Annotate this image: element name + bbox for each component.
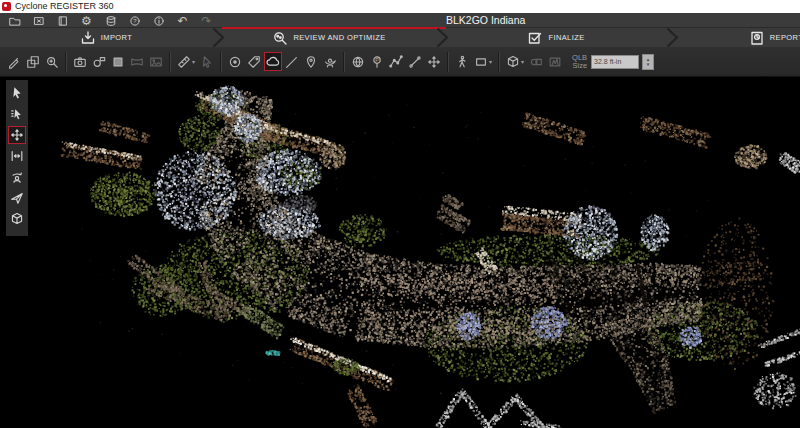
duplicate-view-icon [26, 55, 40, 69]
location-pin-icon [304, 55, 318, 69]
book-icon [57, 15, 69, 27]
qlb-size-spinner[interactable]: ▴▾ [642, 54, 654, 70]
tab-report[interactable]: REPORT [676, 28, 800, 47]
toolbar-separator [169, 52, 171, 72]
about-button[interactable] [152, 14, 165, 27]
setup-pin-icon: P [370, 55, 384, 69]
link-line-button[interactable] [406, 52, 424, 71]
help-icon: ? [129, 15, 141, 27]
location-pin-button[interactable] [302, 52, 320, 71]
pick-select-icon [10, 107, 24, 121]
duplicate-view-button[interactable] [24, 52, 42, 71]
close-project-button[interactable] [32, 14, 45, 27]
folder-icon [9, 15, 21, 27]
toolbar-separator [220, 52, 222, 72]
swivel-view-icon [10, 170, 24, 184]
pano-sphere-button[interactable] [349, 52, 367, 71]
zoom-fit-button[interactable] [43, 52, 61, 71]
dropdown-caret-icon: ▾ [521, 58, 524, 65]
walkthrough-button[interactable] [453, 52, 471, 71]
fly-mode-button[interactable] [8, 189, 26, 207]
project-title: BLK2GO Indiana [446, 13, 525, 28]
project-pages-button[interactable] [56, 14, 69, 27]
tab-review-and-optimize[interactable]: REVIEW AND OPTIMIZE [222, 28, 436, 47]
color-swatch-button[interactable] [109, 52, 127, 71]
annotate-pen-button[interactable] [5, 52, 23, 71]
view-cube-button[interactable]: ▾ [504, 52, 526, 71]
pick-point-button[interactable] [198, 52, 216, 71]
traverse-path-button[interactable] [387, 52, 405, 71]
swivel-view-button[interactable] [8, 168, 26, 186]
zoom-fit-icon [45, 55, 59, 69]
workflow-tab-bar: IMPORTREVIEW AND OPTIMIZEFINALIZEREPORT [0, 28, 800, 47]
draw-line-icon [285, 55, 299, 69]
pan-button[interactable] [8, 126, 26, 144]
snapshot-camera-icon [73, 55, 87, 69]
qlb-size-input[interactable] [591, 55, 639, 69]
setup-rotate-icon [323, 55, 337, 69]
move-axes-button[interactable] [425, 52, 443, 71]
tag-icon [247, 55, 261, 69]
toolbar-group-2 [71, 52, 165, 71]
limit-box-button[interactable] [226, 52, 244, 71]
finalize-icon [527, 30, 543, 46]
qlb-label-bottom: Size [572, 62, 587, 70]
annotate-pen-icon [7, 55, 21, 69]
mesh-icon [548, 55, 562, 69]
measure-button[interactable]: ▾ [175, 52, 197, 71]
tag-button[interactable] [245, 52, 263, 71]
settings-button[interactable]: ⚙ [80, 14, 93, 27]
toolbar-group-4 [226, 52, 339, 71]
link-line-icon [408, 55, 422, 69]
draw-line-button[interactable] [283, 52, 301, 71]
view-rect-button[interactable]: ▾ [472, 52, 494, 71]
toolbar-separator [447, 52, 449, 72]
open-project-button[interactable] [8, 14, 21, 27]
storage-button[interactable] [104, 14, 117, 27]
pano-camera-button[interactable] [90, 52, 108, 71]
toolbar-separator [343, 52, 345, 72]
tab-finalize[interactable]: FINALIZE [446, 28, 666, 47]
toolbar-group-6: ▾ [453, 52, 494, 71]
panorama-button[interactable] [128, 52, 146, 71]
toolbar-group-3: ▾ [175, 52, 216, 71]
fly-mode-icon [10, 191, 24, 205]
help-button[interactable]: ? [128, 14, 141, 27]
image-icon [149, 55, 163, 69]
point-cloud-viewport[interactable] [0, 78, 800, 428]
select-arrow-button[interactable] [8, 84, 26, 102]
setup-rotate-button[interactable] [321, 52, 339, 71]
point-cloud-button[interactable] [264, 52, 282, 71]
zoom-span-button[interactable] [8, 147, 26, 165]
unify-icon [529, 55, 543, 69]
undo-button[interactable]: ↶ [176, 14, 189, 27]
qlb-size-control: QLB Size ▴▾ [572, 54, 654, 70]
snapshot-camera-button[interactable] [71, 52, 89, 71]
traverse-path-icon [389, 55, 403, 69]
database-icon [105, 15, 117, 27]
redo-button[interactable]: ↷ [200, 14, 213, 27]
toolbar-group-7: ▾ [504, 52, 564, 71]
zoom-span-icon [10, 149, 24, 163]
walkthrough-icon [455, 55, 469, 69]
pick-point-icon [200, 55, 214, 69]
setup-pin-button[interactable]: P [368, 52, 386, 71]
toolbar-separator [65, 52, 67, 72]
main-toolbar: ▾P▾▾ QLB Size ▴▾ [0, 47, 800, 77]
info-icon [153, 15, 165, 27]
window-titlebar: Cyclone REGISTER 360 [0, 0, 800, 13]
dropdown-caret-icon: ▾ [489, 58, 492, 65]
measure-icon [177, 55, 191, 69]
point-cloud-icon [266, 55, 280, 69]
navigation-toolbar [6, 80, 28, 236]
unify-button[interactable] [527, 52, 545, 71]
mesh-button[interactable] [546, 52, 564, 71]
limit-box-icon [228, 55, 242, 69]
toolbar-group-1 [5, 52, 61, 71]
image-button[interactable] [147, 52, 165, 71]
color-swatch-icon [111, 55, 125, 69]
tab-import[interactable]: IMPORT [0, 28, 212, 47]
tab-label: REPORT [770, 33, 800, 42]
pick-select-button[interactable] [8, 105, 26, 123]
view-cube-3d-button[interactable] [8, 210, 26, 228]
